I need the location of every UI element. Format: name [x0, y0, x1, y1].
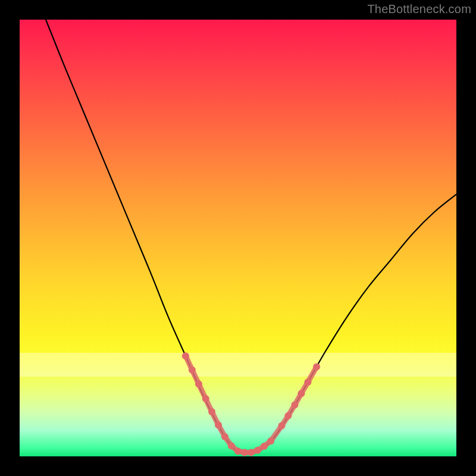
curve-beads [182, 352, 320, 456]
bead-dot [208, 408, 215, 415]
attribution-text: TheBottleneck.com [367, 2, 471, 16]
bead-dot [234, 447, 242, 455]
bead-dot [215, 421, 222, 428]
bead-dot [278, 422, 285, 430]
bead-dot [313, 364, 320, 371]
bead-dot [298, 390, 305, 397]
bead-dot [304, 378, 311, 386]
bead-dot [189, 367, 196, 374]
bead-dot [284, 412, 292, 419]
bead-dot [228, 442, 235, 449]
bead-dot [241, 449, 248, 456]
chart-plot-area [20, 20, 456, 456]
bead-dot [291, 401, 298, 408]
chart-frame: TheBottleneck.com [0, 0, 476, 476]
bead-dot [182, 352, 189, 359]
bead-dot [261, 443, 268, 450]
bead-dot [267, 437, 274, 444]
bead-dot [254, 447, 261, 454]
curve-layer [20, 20, 456, 456]
bottleneck-curve [46, 20, 456, 453]
bead-dot [221, 433, 228, 440]
bead-dot [195, 380, 202, 387]
bead-dot [202, 395, 209, 402]
bead-dot [248, 449, 255, 456]
